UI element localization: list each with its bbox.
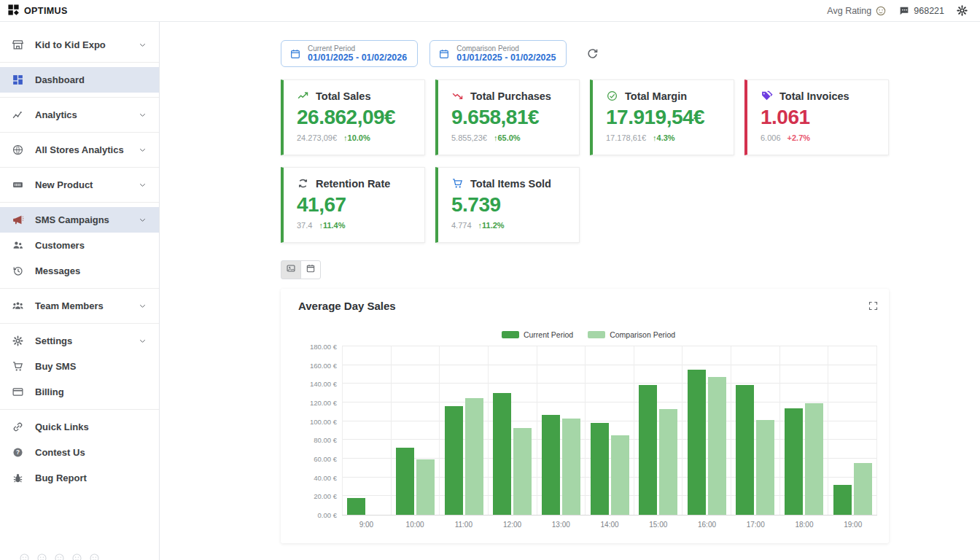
cart-icon bbox=[12, 360, 25, 373]
comparison-period-bar[interactable] bbox=[611, 435, 629, 515]
sidebar-item-dashboard[interactable]: Dashboard bbox=[0, 67, 159, 93]
y-axis-tick-label: 100.00 € bbox=[310, 417, 337, 425]
comparison-period-bar[interactable] bbox=[854, 463, 872, 515]
customers-icon bbox=[12, 239, 25, 252]
sidebar-item-customers[interactable]: Customers bbox=[0, 233, 159, 258]
x-axis-tick-label: 11:00 bbox=[439, 521, 488, 529]
avg-rating-label: Avg Rating bbox=[827, 6, 871, 16]
refresh-button[interactable] bbox=[586, 47, 599, 61]
sidebar-item-kid-to-kid-expo[interactable]: Kid to Kid Expo bbox=[0, 32, 159, 58]
sidebar-item-messages[interactable]: Messages bbox=[0, 258, 159, 284]
sidebar-item-contest-us[interactable]: ?Contest Us bbox=[0, 440, 159, 465]
average-day-sales-card: Average Day Sales Current Period Compari… bbox=[281, 289, 889, 543]
current-period-bar[interactable] bbox=[688, 370, 706, 515]
kpi-card-total-items-sold: Total Items Sold5.7394.774↑11.2% bbox=[435, 167, 580, 243]
bar-group-15-00 bbox=[634, 346, 682, 515]
sidebar-item-label: Messages bbox=[35, 265, 80, 276]
toggle-view-chart-button[interactable] bbox=[281, 260, 301, 279]
current-period-picker[interactable]: Current Period 01/01/2025 - 01/02/2026 bbox=[281, 40, 418, 67]
sidebar-item-new-product[interactable]: New Product bbox=[0, 172, 159, 198]
y-axis-tick-label: 60.00 € bbox=[314, 455, 337, 463]
toggle-view-calendar-button[interactable] bbox=[300, 260, 321, 279]
smiley-face-icon[interactable] bbox=[54, 553, 65, 560]
sidebar-item-analytics[interactable]: Analytics bbox=[0, 102, 159, 128]
avg-rating[interactable]: Avg Rating bbox=[827, 5, 887, 17]
comparison-period-bar[interactable] bbox=[756, 420, 774, 515]
storefront-icon bbox=[12, 39, 25, 52]
bar-group-16-00 bbox=[682, 346, 731, 515]
sidebar-item-quick-links[interactable]: Quick Links bbox=[0, 414, 159, 440]
divider bbox=[0, 132, 159, 133]
top-bar: OPTIMUS Avg Rating 968221 bbox=[0, 0, 980, 22]
sidebar-item-label: Bug Report bbox=[35, 472, 87, 483]
smiley-face-icon[interactable] bbox=[19, 553, 30, 560]
analytics-icon bbox=[12, 109, 25, 122]
picker-value: 01/01/2025 - 01/02/2026 bbox=[308, 52, 407, 63]
sidebar-item-billing[interactable]: Billing bbox=[0, 379, 159, 405]
legend-swatch-current bbox=[502, 331, 519, 338]
sidebar-item-label: Quick Links bbox=[35, 421, 89, 432]
current-period-bar[interactable] bbox=[833, 485, 852, 515]
sidebar-item-label: Settings bbox=[35, 335, 72, 346]
chevron-down-icon bbox=[138, 215, 147, 225]
divider bbox=[0, 167, 159, 168]
legend-current-period[interactable]: Current Period bbox=[502, 330, 573, 339]
current-period-bar[interactable] bbox=[542, 415, 560, 515]
comparison-period-bar[interactable] bbox=[805, 403, 823, 515]
smiley-face-icon[interactable] bbox=[71, 553, 82, 560]
kpi-change-badge: ↑10.0% bbox=[343, 133, 370, 142]
current-period-bar[interactable] bbox=[736, 385, 754, 515]
current-period-bar[interactable] bbox=[785, 408, 803, 515]
comparison-period-bar[interactable] bbox=[465, 398, 483, 515]
bar-group-9-00 bbox=[342, 346, 391, 515]
messages-count: 968221 bbox=[914, 6, 944, 16]
current-period-bar[interactable] bbox=[639, 385, 657, 515]
picker-value: 01/01/2025 - 01/02/2025 bbox=[456, 52, 556, 63]
help-icon: ? bbox=[12, 446, 25, 459]
sidebar-item-label: Kid to Kid Expo bbox=[35, 39, 106, 50]
current-period-bar[interactable] bbox=[493, 393, 511, 515]
current-period-bar[interactable] bbox=[591, 423, 609, 515]
comparison-period-bar[interactable] bbox=[659, 409, 677, 515]
calendar-icon bbox=[438, 48, 450, 60]
comparison-period-bar[interactable] bbox=[416, 459, 435, 515]
kpi-grid: Total Sales26.862,09€24.273,09€↑10.0%Tot… bbox=[281, 79, 980, 243]
bar-group-14-00 bbox=[585, 346, 634, 515]
chart-legend: Current Period Comparison Period bbox=[298, 330, 879, 339]
smiley-face-icon[interactable] bbox=[89, 553, 100, 560]
current-period-bar[interactable] bbox=[396, 448, 414, 515]
y-axis-tick-label: 40.00 € bbox=[314, 473, 337, 481]
sidebar-item-buy-sms[interactable]: Buy SMS bbox=[0, 354, 159, 379]
kpi-card-total-margin: Total Margin17.919,54€17.178,61€↑4.3% bbox=[590, 79, 734, 155]
sidebar-item-all-stores-analytics[interactable]: All Stores Analytics bbox=[0, 137, 159, 163]
kpi-previous-value: 17.178,61€ bbox=[606, 133, 646, 142]
smiley-face-icon[interactable] bbox=[36, 553, 47, 560]
divider bbox=[0, 62, 159, 63]
bar-groups bbox=[342, 346, 877, 515]
current-period-bar[interactable] bbox=[445, 406, 463, 515]
sidebar-item-bug-report[interactable]: Bug Report bbox=[0, 465, 159, 491]
x-axis-tick-label: 16:00 bbox=[682, 521, 731, 529]
calendar-icon bbox=[289, 48, 301, 60]
comparison-period-bar[interactable] bbox=[513, 428, 532, 515]
comparison-period-picker[interactable]: Comparison Period 01/01/2025 - 01/02/202… bbox=[429, 40, 567, 67]
x-axis-tick-label: 10:00 bbox=[391, 521, 440, 529]
picker-label: Current Period bbox=[308, 44, 407, 52]
sidebar-item-settings[interactable]: Settings bbox=[0, 328, 159, 354]
sidebar-item-label: Customers bbox=[35, 240, 85, 251]
sidebar-item-label: Billing bbox=[35, 386, 64, 397]
messages-indicator[interactable]: 968221 bbox=[898, 5, 944, 17]
sidebar-item-sms-campaigns[interactable]: SMS Campaigns bbox=[0, 207, 159, 233]
sidebar-item-team-members[interactable]: Team Members bbox=[0, 293, 159, 319]
bug-icon bbox=[12, 472, 25, 485]
expand-icon[interactable] bbox=[868, 300, 879, 311]
x-axis-tick-label: 15:00 bbox=[634, 521, 682, 529]
current-period-bar[interactable] bbox=[347, 498, 365, 515]
sidebar-item-label: Dashboard bbox=[35, 74, 85, 85]
legend-label: Current Period bbox=[524, 330, 573, 339]
kpi-change-badge: ↑11.4% bbox=[319, 221, 345, 230]
comparison-period-bar[interactable] bbox=[562, 419, 580, 515]
settings-button[interactable] bbox=[956, 4, 968, 17]
legend-comparison-period[interactable]: Comparison Period bbox=[588, 330, 675, 339]
comparison-period-bar[interactable] bbox=[708, 377, 726, 515]
